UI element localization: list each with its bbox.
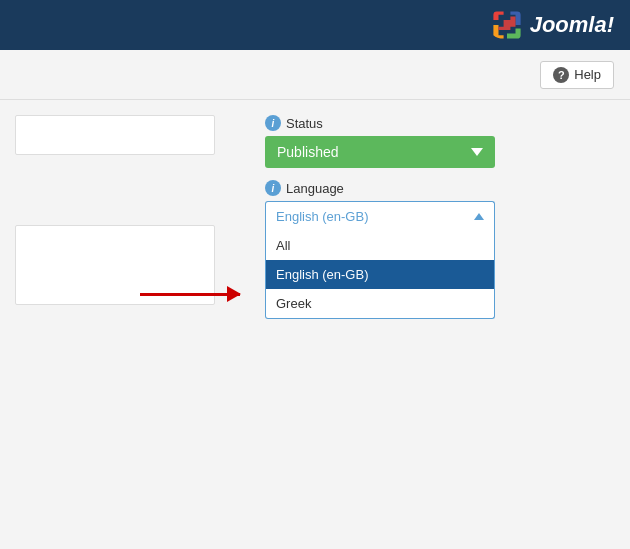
toolbar: ? Help <box>0 50 630 100</box>
brand-name: Joomla! <box>530 12 614 38</box>
status-chevron-icon <box>471 148 483 156</box>
app-header: Joomla! <box>0 0 630 50</box>
language-chevron-icon <box>474 213 484 220</box>
language-label: i Language <box>265 180 610 196</box>
language-dropdown-list: All English (en-GB) Greek <box>265 231 495 319</box>
language-option-all[interactable]: All <box>266 231 494 260</box>
left-panel <box>0 100 245 549</box>
language-select-trigger[interactable]: English (en-GB) <box>265 201 495 231</box>
help-button[interactable]: ? Help <box>540 61 614 89</box>
main-content: i Status Published i Language English (e… <box>0 100 630 549</box>
left-input-1 <box>15 115 215 155</box>
joomla-logo: Joomla! <box>490 8 614 42</box>
language-field: i Language English (en-GB) All English (… <box>265 180 610 231</box>
status-value: Published <box>277 144 339 160</box>
language-option-greek[interactable]: Greek <box>266 289 494 318</box>
status-label-text: Status <box>286 116 323 131</box>
joomla-icon <box>490 8 524 42</box>
question-icon: ? <box>553 67 569 83</box>
status-label: i Status <box>265 115 610 131</box>
arrow-indicator <box>140 293 240 296</box>
status-select[interactable]: Published <box>265 136 495 168</box>
right-panel: i Status Published i Language English (e… <box>245 100 630 549</box>
language-option-en-gb[interactable]: English (en-GB) <box>266 260 494 289</box>
status-info-icon[interactable]: i <box>265 115 281 131</box>
red-arrow <box>140 293 240 296</box>
language-current-value: English (en-GB) <box>276 209 368 224</box>
help-label: Help <box>574 67 601 82</box>
language-info-icon[interactable]: i <box>265 180 281 196</box>
language-label-text: Language <box>286 181 344 196</box>
language-dropdown-container: English (en-GB) All English (en-GB) Gree… <box>265 201 495 231</box>
status-field: i Status Published <box>265 115 610 168</box>
